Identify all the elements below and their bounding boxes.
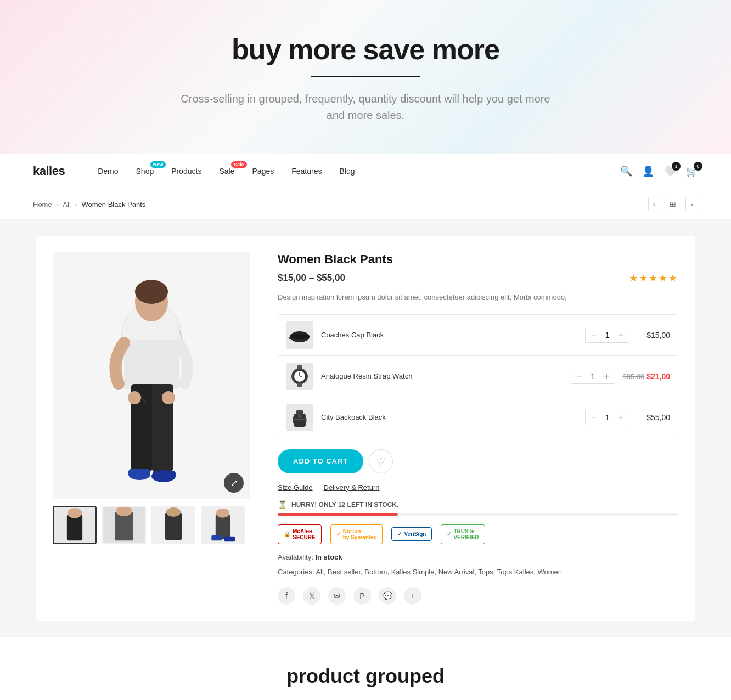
thumbnail-2[interactable] (102, 506, 146, 544)
nav-blog[interactable]: Blog (339, 167, 355, 176)
expand-image-button[interactable]: ⤢ (224, 473, 244, 493)
breadcrumb-current: Women Black Pants (81, 200, 145, 208)
svg-rect-28 (211, 535, 222, 540)
availability-status: In stock (315, 553, 342, 561)
availability: Availability: In stock (278, 553, 678, 561)
qty-increase-bag[interactable]: + (617, 413, 625, 422)
verisign-label: VeriSign (404, 531, 426, 537)
messenger-icon[interactable]: 💬 (379, 587, 396, 605)
svg-point-27 (216, 509, 230, 518)
truste-label: TRUSTeVERIFIED (453, 528, 479, 540)
facebook-icon[interactable]: f (278, 587, 295, 605)
item-price-cap: $15,00 (637, 331, 670, 340)
wishlist-icon[interactable]: 🤍 1 (664, 165, 676, 177)
social-row: f 𝕏 ✉ P 💬 + (278, 587, 678, 605)
qty-value-bag: 1 (603, 413, 612, 422)
nav-demo[interactable]: Demo (98, 167, 118, 176)
qty-decrease-watch[interactable]: − (576, 371, 583, 381)
sale-badge: Sale (231, 161, 247, 168)
search-icon[interactable]: 🔍 (620, 165, 632, 177)
nav-products[interactable]: Products (171, 167, 201, 176)
verisign-badge: ✓ VeriSign (391, 527, 432, 541)
product-images: ⤢ (53, 252, 250, 605)
prev-product-button[interactable]: ‹ (648, 197, 661, 211)
product-price: $15,00 – $55,00 (278, 273, 345, 284)
nav-sale[interactable]: Sale Sale (219, 167, 234, 176)
cart-icon[interactable]: 🛒 0 (686, 165, 698, 177)
main-product-image: ⤢ (53, 252, 250, 499)
item-price-bag: $55,00 (637, 413, 670, 422)
next-product-button[interactable]: › (685, 197, 698, 211)
hourglass-icon: ⏳ (278, 500, 287, 509)
nav-links: Demo Shop New Products Sale Sale Pages F… (98, 167, 620, 176)
account-icon[interactable]: 👤 (642, 165, 654, 177)
table-row: City Backpack Black − 1 + $55,00 (278, 397, 678, 438)
svg-rect-23 (165, 513, 182, 540)
thumbnail-3[interactable] (151, 506, 195, 544)
qty-decrease-cap[interactable]: − (590, 330, 597, 340)
norton-label: Nortonby Symantec (343, 528, 377, 540)
verisign-icon: ✓ (397, 531, 402, 537)
bottom-title: product grouped (11, 665, 720, 688)
thumbnail-1[interactable] (53, 506, 97, 544)
mcafee-icon: 🔒 (284, 531, 290, 537)
svg-point-3 (135, 280, 168, 304)
logo[interactable]: kalles (33, 164, 65, 178)
nav-shop[interactable]: Shop New (136, 167, 154, 176)
qty-value-cap: 1 (603, 331, 612, 340)
product-info: Women Black Pants $15,00 – $55,00 ★★★★★ … (278, 252, 678, 605)
new-badge: New (150, 161, 166, 168)
thumbnail-4[interactable] (201, 506, 245, 544)
add-to-cart-button[interactable]: ADD TO CART (278, 449, 363, 473)
stock-warning: ⏳ HURRY! ONLY 12 LEFT IN STOCK. (278, 500, 678, 509)
item-name-bag: City Backpack Black (321, 413, 577, 421)
item-price-watch: $85,00 $21,00 (623, 372, 670, 381)
product-stars: ★★★★★ (629, 272, 678, 284)
more-icon[interactable]: + (404, 587, 421, 605)
svg-point-33 (290, 335, 310, 339)
hero-underline (311, 76, 420, 77)
email-icon[interactable]: ✉ (328, 587, 346, 605)
hero-section: buy more save more Cross-selling in grou… (0, 0, 731, 154)
item-name-watch: Analogue Resin Strap Watch (321, 372, 563, 380)
grid-view-button[interactable]: ⊞ (665, 197, 681, 211)
svg-rect-20 (115, 512, 133, 540)
thumbnail-row (53, 506, 250, 544)
twitter-icon[interactable]: 𝕏 (303, 587, 320, 605)
qty-value-watch: 1 (588, 372, 597, 381)
pinterest-icon[interactable]: P (353, 587, 371, 605)
truste-icon: ✓ (447, 531, 451, 537)
delivery-return-link[interactable]: Delivery & Return (324, 483, 380, 492)
nav-pages[interactable]: Pages (252, 167, 274, 176)
qty-control-watch: − 1 + (571, 369, 615, 384)
guide-links: Size Guide Delivery & Return (278, 483, 678, 492)
product-table: Coaches Cap Black − 1 + $15,00 (278, 314, 678, 438)
breadcrumb-home[interactable]: Home (33, 200, 52, 208)
qty-increase-cap[interactable]: + (617, 330, 625, 340)
mcafee-badge: 🔒 McAfeeSECURE (278, 524, 322, 544)
table-row: Coaches Cap Black − 1 + $15,00 (278, 315, 678, 356)
qty-increase-watch[interactable]: + (603, 371, 610, 381)
svg-point-24 (166, 507, 181, 517)
norton-badge: ✓ Nortonby Symantec (330, 524, 383, 544)
qty-decrease-bag[interactable]: − (590, 413, 597, 422)
svg-point-14 (128, 391, 141, 404)
wishlist-button[interactable]: ♡ (369, 449, 393, 473)
svg-rect-11 (128, 469, 150, 476)
sale-price-watch: $21,00 (646, 372, 670, 381)
cart-count: 0 (694, 162, 702, 171)
size-guide-link[interactable]: Size Guide (278, 483, 313, 492)
table-row: Analogue Resin Strap Watch − 1 + $85,00 … (278, 356, 678, 397)
svg-rect-26 (216, 514, 230, 539)
breadcrumb-all[interactable]: All (63, 200, 70, 208)
norton-icon: ✓ (336, 531, 341, 537)
svg-point-15 (162, 391, 175, 404)
svg-rect-17 (67, 515, 82, 540)
product-description: Design inspiration lorem ipsum dolor sit… (278, 292, 678, 303)
breadcrumb: Home › All › Women Black Pants (33, 200, 145, 208)
categories: Categories: All, Best seller, Bottom, Ka… (278, 567, 678, 578)
svg-point-45 (298, 415, 301, 418)
stock-bar (278, 513, 678, 516)
nav-features[interactable]: Features (291, 167, 322, 176)
qty-control-cap: − 1 + (585, 328, 629, 343)
